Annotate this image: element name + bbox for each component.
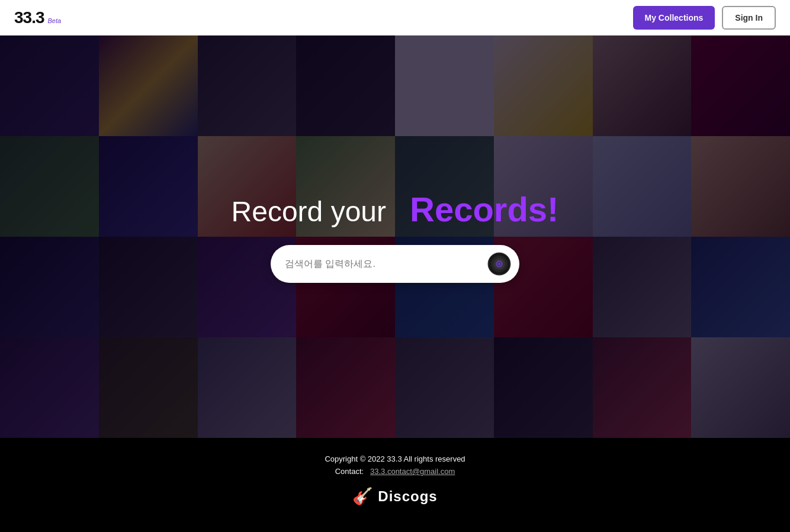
discogs-mascot-icon: 🎸 bbox=[352, 486, 373, 506]
footer-copyright: Copyright © 2022 33.3 All rights reserve… bbox=[0, 454, 790, 463]
hero-title-part1: Record your bbox=[232, 196, 386, 227]
search-input[interactable] bbox=[285, 259, 486, 269]
discogs-label: Discogs bbox=[378, 488, 437, 505]
header-buttons: My Collections Sign In bbox=[633, 6, 776, 30]
footer-discogs: 🎸 Discogs bbox=[0, 486, 790, 506]
hero-section: Record your Records! bbox=[0, 36, 790, 438]
footer: Copyright © 2022 33.3 All rights reserve… bbox=[0, 438, 790, 518]
svg-point-10 bbox=[496, 260, 503, 267]
logo-area: 33.3 Beta bbox=[14, 8, 61, 27]
logo-text: 33.3 bbox=[14, 8, 44, 27]
beta-badge: Beta bbox=[48, 17, 62, 24]
search-button[interactable] bbox=[486, 251, 512, 277]
footer-contact: Contact: 33.3.contact@gmail.com bbox=[0, 467, 790, 476]
hero-title: Record your Records! bbox=[232, 191, 559, 228]
hero-title-highlight: Records! bbox=[410, 190, 558, 228]
header: 33.3 Beta My Collections Sign In bbox=[0, 0, 790, 36]
sign-in-button[interactable]: Sign In bbox=[722, 6, 776, 30]
footer-contact-email[interactable]: 33.3.contact@gmail.com bbox=[370, 467, 455, 476]
search-bar bbox=[271, 245, 519, 283]
vinyl-record-icon bbox=[487, 252, 511, 276]
footer-contact-label: Contact: bbox=[335, 467, 364, 476]
my-collections-button[interactable]: My Collections bbox=[633, 6, 715, 30]
main-content: Record your Records! bbox=[0, 36, 790, 438]
